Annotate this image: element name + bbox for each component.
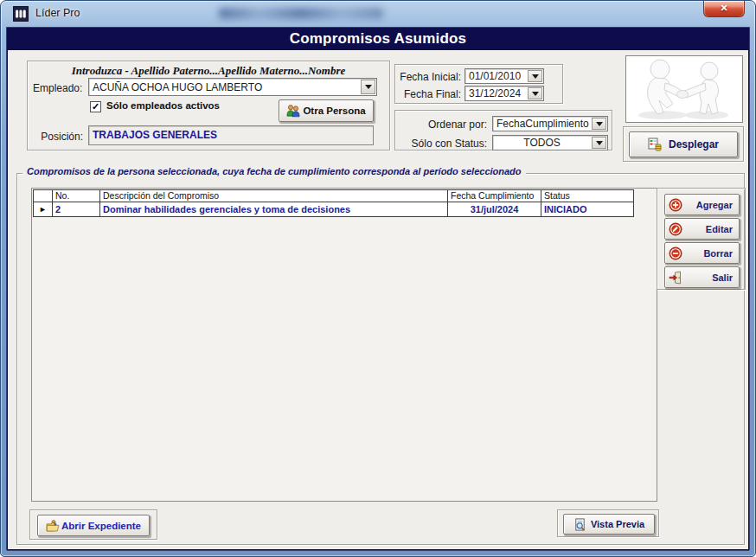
end-date-combobox[interactable]: 31/12/2024 bbox=[464, 86, 544, 101]
status-filter-combobox[interactable]: TODOS bbox=[492, 135, 608, 150]
start-date-value: 01/01/2010 bbox=[465, 70, 527, 82]
salir-button[interactable]: Salir bbox=[664, 266, 740, 288]
chevron-down-icon bbox=[532, 74, 539, 79]
actions-panel: Agregar Editar bbox=[657, 188, 746, 290]
client-area: Compromisos Asumidos Introduzca - Apelli… bbox=[6, 27, 750, 551]
column-header-fecha[interactable]: Fecha Cumplimiento bbox=[448, 190, 541, 202]
abrir-expediente-label: Abrir Expediente bbox=[61, 521, 141, 531]
salir-label: Salir bbox=[682, 272, 735, 283]
desplegar-icon bbox=[648, 138, 662, 151]
employee-dropdown-button[interactable] bbox=[361, 80, 375, 94]
edit-icon bbox=[669, 222, 682, 236]
blurred-title-text bbox=[219, 8, 383, 19]
other-person-label: Otra Persona bbox=[303, 106, 365, 116]
cell-status: INICIADO bbox=[541, 202, 634, 217]
start-date-combobox[interactable]: 01/01/2010 bbox=[464, 68, 544, 84]
desplegar-group: Desplegar bbox=[623, 126, 744, 162]
chevron-down-icon bbox=[365, 85, 372, 89]
vista-previa-label: Vista Previa bbox=[591, 519, 644, 529]
borrar-button[interactable]: Borrar bbox=[664, 242, 740, 264]
folder-person-icon bbox=[46, 519, 60, 533]
agregar-label: Agregar bbox=[682, 200, 735, 210]
employee-groupbox: Introduzca - Apellido Paterno...Apellido… bbox=[27, 61, 390, 150]
end-date-value: 31/12/2024 bbox=[465, 87, 527, 99]
add-icon bbox=[669, 198, 682, 212]
order-by-value: FechaCumplimiento bbox=[493, 118, 591, 130]
dates-groupbox: Fecha Inicial: 01/01/2010 Fecha Final: 3… bbox=[394, 64, 563, 104]
commitments-grid[interactable]: No. Descripción del Compromiso Fecha Cum… bbox=[31, 188, 657, 502]
app-window: Líder Pro ✕ Compromisos Asumidos Introdu… bbox=[0, 0, 756, 557]
abrir-expediente-group: Abrir Expediente bbox=[29, 509, 157, 540]
exit-icon bbox=[669, 271, 682, 285]
commitments-legend: Compromisos de la persona seleccionada, … bbox=[22, 166, 526, 176]
end-date-dropdown-button[interactable] bbox=[528, 87, 542, 99]
app-icon bbox=[13, 6, 29, 22]
commitments-table: No. Descripción del Compromiso Fecha Cum… bbox=[33, 189, 634, 217]
start-date-label: Fecha Inicial: bbox=[397, 71, 461, 83]
employee-value: ACUÑA OCHOA HUGO LAMBERTO bbox=[89, 81, 360, 93]
column-header-no[interactable]: No. bbox=[53, 190, 100, 202]
chevron-down-icon bbox=[532, 92, 539, 96]
column-header-descripcion[interactable]: Descripción del Compromiso bbox=[100, 190, 448, 202]
table-row[interactable]: ► 2 Dominar habilidades gerenciales y to… bbox=[34, 202, 634, 217]
title-bar[interactable]: Líder Pro ✕ bbox=[1, 1, 755, 27]
employee-label: Empleado: bbox=[33, 82, 82, 94]
column-header-status[interactable]: Status bbox=[541, 190, 634, 202]
start-date-dropdown-button[interactable] bbox=[528, 70, 542, 82]
editar-label: Editar bbox=[682, 224, 735, 234]
chevron-down-icon bbox=[596, 122, 603, 126]
cell-fecha: 31/jul/2024 bbox=[448, 202, 541, 217]
end-date-label: Fecha Final: bbox=[397, 88, 461, 100]
agregar-button[interactable]: Agregar bbox=[664, 194, 740, 215]
editar-button[interactable]: Editar bbox=[664, 218, 740, 240]
abrir-expediente-button[interactable]: Abrir Expediente bbox=[37, 515, 150, 536]
delete-icon bbox=[669, 246, 682, 260]
selector-column-header bbox=[34, 190, 53, 202]
employee-hint-label: Introduzca - Apellido Paterno...Apellido… bbox=[28, 64, 389, 78]
position-label: Posición: bbox=[28, 131, 83, 143]
other-person-button[interactable]: Otra Persona bbox=[279, 99, 374, 122]
table-header-row: No. Descripción del Compromiso Fecha Cum… bbox=[34, 190, 634, 202]
desplegar-label: Desplegar bbox=[669, 138, 719, 150]
preview-icon bbox=[573, 518, 586, 531]
people-icon bbox=[286, 104, 300, 118]
row-selector-icon: ► bbox=[34, 202, 53, 217]
vista-previa-group: Vista Previa bbox=[557, 509, 659, 537]
close-icon: ✕ bbox=[720, 3, 727, 13]
status-filter-dropdown-button[interactable] bbox=[592, 137, 606, 149]
window-title: Líder Pro bbox=[35, 7, 80, 19]
order-by-combobox[interactable]: FechaCumplimiento bbox=[492, 116, 608, 131]
vista-previa-button[interactable]: Vista Previa bbox=[563, 514, 655, 535]
position-field: TRABAJOS GENERALES bbox=[88, 125, 374, 145]
handshake-image bbox=[625, 55, 743, 123]
borrar-label: Borrar bbox=[682, 248, 735, 259]
order-by-label: Ordenar por: bbox=[397, 118, 487, 131]
cell-descripcion: Dominar habilidades gerenciales y toma d… bbox=[100, 202, 448, 217]
employee-combobox[interactable]: ACUÑA OCHOA HUGO LAMBERTO bbox=[88, 78, 377, 96]
page-title: Compromisos Asumidos bbox=[7, 28, 749, 50]
status-filter-label: Sólo con Status: bbox=[397, 138, 487, 150]
active-only-label: Sólo empleados activos bbox=[106, 100, 220, 111]
status-filter-value: TODOS bbox=[493, 137, 591, 149]
close-button[interactable]: ✕ bbox=[703, 1, 745, 17]
chevron-down-icon bbox=[596, 141, 603, 145]
desplegar-button[interactable]: Desplegar bbox=[629, 131, 738, 157]
cell-no: 2 bbox=[53, 202, 100, 217]
order-by-dropdown-button[interactable] bbox=[592, 118, 606, 130]
commitments-groupbox: Compromisos de la persona seleccionada, … bbox=[16, 173, 745, 545]
form-content: Introduzca - Apellido Paterno...Apellido… bbox=[8, 50, 748, 549]
filters-groupbox: Ordenar por: FechaCumplimiento Sólo con … bbox=[394, 110, 612, 150]
checkmark-icon: ✓ bbox=[92, 101, 99, 112]
active-only-checkbox[interactable]: ✓ bbox=[90, 101, 101, 112]
